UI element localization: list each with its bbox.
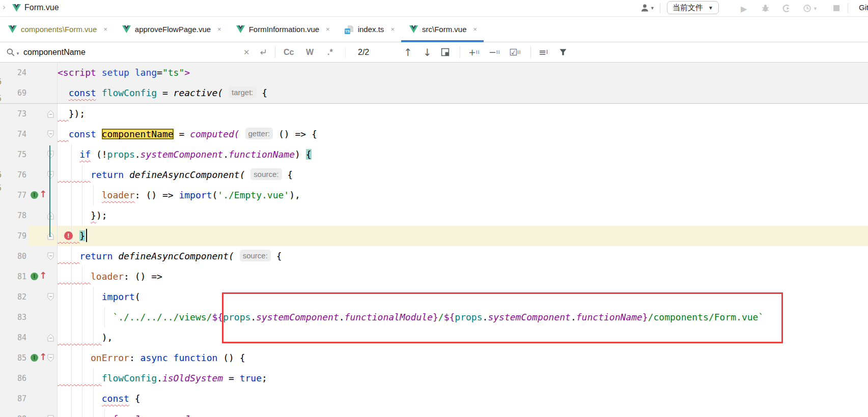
token: props	[107, 149, 135, 160]
fold-marker-icon[interactable]	[47, 334, 54, 342]
tab-close-icon[interactable]: ×	[217, 25, 221, 33]
vue-file-icon	[8, 25, 17, 33]
vue-file-icon	[409, 25, 418, 33]
inspection-gutter-icon[interactable]: I	[31, 191, 38, 199]
tab-FormInformation.vue[interactable]: FormInformation.vue×	[228, 17, 337, 42]
tab-close-icon[interactable]: ×	[473, 25, 477, 33]
code-text[interactable]: loader: () => import('./Empty.vue'),	[58, 185, 868, 205]
previous-occurrence-button[interactable]: ↑	[404, 42, 412, 62]
add-occurrence-button[interactable]: +II	[468, 42, 480, 62]
tab-approveFlowPage.vue[interactable]: approveFlowPage.vue×	[114, 17, 228, 42]
gutter: 80	[0, 246, 58, 266]
insert-newline-icon[interactable]	[259, 42, 267, 62]
fold-marker-icon[interactable]	[47, 232, 54, 240]
fold-marker-icon[interactable]	[47, 354, 54, 362]
token: './Empty.vue'	[217, 190, 289, 200]
navigate-up-gutter-icon[interactable]: ↑	[39, 351, 47, 363]
run-with-coverage-button[interactable]	[782, 4, 791, 13]
inspection-gutter-icon[interactable]: I	[31, 273, 38, 280]
gutter: 87	[0, 389, 58, 409]
open-in-find-window-button[interactable]	[441, 42, 450, 62]
code-text[interactable]: onError: async function () {	[58, 348, 868, 368]
git-menu[interactable]: Git	[859, 3, 868, 12]
code-text[interactable]: `./../../../views/${props.systemComponen…	[58, 307, 868, 327]
token: =	[157, 87, 174, 98]
next-occurrence-button[interactable]: ↓	[423, 42, 432, 62]
indent-guide	[71, 307, 72, 327]
debug-button[interactable]	[761, 4, 770, 13]
token: const	[102, 393, 129, 404]
code-text[interactable]: formJson: newJson,	[58, 409, 868, 417]
navigate-up-gutter-icon[interactable]: ↑	[39, 189, 47, 200]
user-account-button[interactable]: ▼	[640, 4, 655, 12]
code-text[interactable]: if (!props.systemComponent.functionName)…	[58, 144, 868, 165]
profiler-button[interactable]: ▼	[803, 4, 818, 13]
fold-marker-icon[interactable]	[47, 293, 54, 301]
token: {	[129, 393, 141, 404]
token: flowConfig	[102, 87, 157, 98]
fold-marker-icon[interactable]	[47, 212, 54, 220]
line-number: 86	[0, 368, 26, 389]
code-text[interactable]: return defineAsyncComponent( source: {	[58, 165, 868, 185]
tab-close-icon[interactable]: ×	[390, 25, 395, 33]
match-case-toggle[interactable]: Cc	[284, 42, 294, 62]
tab-index.ts[interactable]: TSindex.ts×	[337, 17, 401, 42]
navigate-up-gutter-icon[interactable]: ↑	[39, 270, 47, 281]
token: )	[295, 149, 306, 160]
indent-guide	[71, 327, 72, 348]
run-button[interactable]: ▶	[741, 4, 747, 14]
code-text[interactable]: return defineAsyncComponent( source: {	[58, 246, 868, 266]
run-configuration-combo[interactable]: 当前文件 ▼	[667, 1, 719, 14]
search-options-button[interactable]: ≡I	[539, 42, 548, 62]
tab-close-icon[interactable]: ×	[326, 25, 330, 33]
code-text[interactable]: import(	[58, 287, 868, 307]
fold-marker-icon[interactable]	[47, 171, 54, 179]
code-text[interactable]: flowConfig.isOldSystem = true;	[58, 368, 868, 389]
select-all-occurrences-button[interactable]: ☑II	[509, 42, 521, 62]
code-text[interactable]: });	[58, 205, 868, 226]
fold-marker-icon[interactable]	[47, 130, 54, 138]
token: .	[135, 149, 141, 160]
regex-toggle[interactable]: .*	[327, 42, 333, 62]
token: defineAsyncComponent(	[118, 251, 234, 261]
token: : () =>	[124, 271, 162, 282]
tab-src-Form.vue[interactable]: src\Form.vue×	[401, 17, 484, 42]
tab-close-icon[interactable]: ×	[103, 25, 107, 33]
token: async	[141, 352, 168, 363]
code-text[interactable]: <script setup lang="ts">	[58, 63, 868, 83]
code-text[interactable]: const {	[58, 389, 868, 409]
tab-label: src\Form.vue	[422, 25, 467, 34]
whole-words-toggle[interactable]: W	[306, 42, 314, 62]
code-editor[interactable]: 24<script setup lang="ts">69 const flowC…	[0, 63, 868, 417]
findbar-separator	[345, 46, 346, 58]
search-input[interactable]: componentName	[23, 42, 86, 62]
code-text[interactable]: });	[58, 104, 868, 124]
error-intention-icon[interactable]: !	[64, 231, 73, 240]
indent-guide	[71, 389, 72, 409]
token: ${	[444, 312, 455, 322]
line-number: 82	[0, 287, 26, 307]
code-line-76: 76 return defineAsyncComponent( source: …	[0, 165, 868, 185]
fold-marker-icon[interactable]	[47, 110, 54, 118]
line-number: 79	[0, 226, 26, 246]
clear-search-icon[interactable]: ✕	[243, 42, 250, 62]
filter-icon[interactable]	[559, 42, 567, 62]
fold-marker-icon[interactable]	[47, 252, 54, 260]
token: .	[223, 149, 229, 160]
fold-marker-icon[interactable]	[47, 151, 54, 159]
fold-marker-icon[interactable]	[47, 415, 54, 417]
remove-occurrence-button[interactable]: −II	[489, 42, 500, 62]
inspection-gutter-icon[interactable]: I	[31, 354, 38, 362]
gutter: 88	[0, 409, 58, 417]
search-icon[interactable]: ▼	[6, 42, 20, 62]
code-text[interactable]: }	[58, 226, 868, 246]
token	[58, 210, 91, 221]
code-text[interactable]: loader: () =>	[58, 266, 868, 287]
token: loader	[102, 190, 135, 200]
tab-components-Form.vue[interactable]: components\Form.vue×	[0, 17, 114, 42]
code-text[interactable]: ),	[58, 327, 868, 348]
code-text[interactable]: const flowConfig = reactive( target: {	[58, 83, 868, 103]
code-text[interactable]: const componentName = computed( getter: …	[58, 124, 868, 144]
stop-button[interactable]	[833, 5, 839, 11]
line-number: 78	[0, 205, 26, 226]
